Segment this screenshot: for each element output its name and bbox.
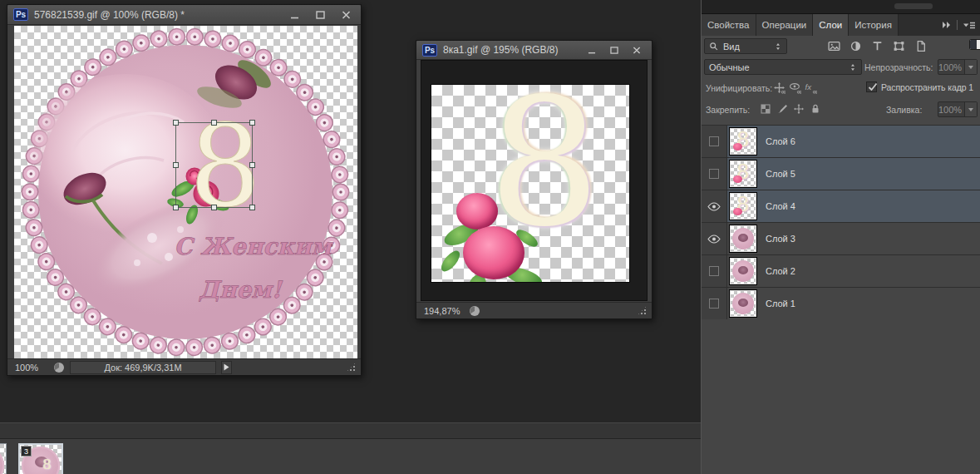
layer-row-3[interactable]: 8 Слой 3: [702, 223, 980, 255]
visibility-cell[interactable]: [702, 223, 727, 254]
visibility-cell[interactable]: [702, 255, 727, 287]
layer-name: Слой 6: [766, 136, 795, 146]
document-size-info: Док: 469,9K/3,31M: [70, 361, 216, 374]
canvas-document-1[interactable]: 8 С Женским Днем!: [14, 26, 357, 360]
tab-actions[interactable]: Операции: [756, 14, 814, 36]
filter-adjustment-layers-icon[interactable]: [849, 40, 862, 52]
transform-handle[interactable]: [211, 120, 217, 126]
dock-header-strip: [702, 0, 980, 14]
close-icon[interactable]: [631, 45, 643, 55]
visibility-empty-box: [709, 169, 719, 179]
frame-number-badge: 3: [21, 446, 32, 457]
filter-smart-objects-icon[interactable]: [914, 40, 927, 52]
transform-handle[interactable]: [211, 205, 217, 210]
unify-style-fx-icon[interactable]: fx: [805, 81, 817, 94]
opacity-value-select[interactable]: 100%: [938, 59, 978, 75]
transform-handle[interactable]: [173, 162, 179, 168]
unify-row: Унифицировать: fx Распространить кадр 1: [702, 77, 980, 98]
resize-grip[interactable]: [346, 362, 357, 373]
animation-frame-partial[interactable]: [0, 443, 7, 474]
small-rose: [456, 193, 498, 230]
visibility-cell[interactable]: [702, 288, 727, 319]
lock-transparency-icon[interactable]: [760, 103, 771, 115]
filter-kind-select[interactable]: Вид: [704, 38, 787, 54]
dock-drag-grip[interactable]: [894, 3, 933, 9]
window1-statusbar: 100% Док: 469,9K/3,31M: [7, 358, 361, 375]
minimize-icon[interactable]: [288, 10, 300, 20]
layer-row-6[interactable]: 8 Слой 6: [702, 126, 980, 158]
visibility-cell[interactable]: [702, 158, 727, 190]
blend-mode-select[interactable]: Обычные: [704, 59, 862, 75]
blend-mode-value: Обычные: [709, 62, 750, 72]
document-window-1: Ps 576821539.gif @ 100% (RGB/8) *: [7, 4, 362, 376]
tab-properties[interactable]: Свойства: [702, 14, 756, 36]
status-info-icon[interactable]: [53, 362, 65, 373]
visibility-eye-icon: [707, 235, 721, 244]
propagate-frame-checkbox[interactable]: [866, 81, 877, 92]
status-options-arrow-icon[interactable]: [221, 361, 232, 374]
window1-title: 576821539.gif @ 100% (RGB/8) *: [34, 9, 283, 21]
resize-grip[interactable]: [637, 305, 648, 316]
layer-thumbnail[interactable]: 8: [730, 225, 756, 252]
window1-titlebar[interactable]: Ps 576821539.gif @ 100% (RGB/8) *: [7, 5, 361, 25]
layer-thumbnail[interactable]: 8: [730, 290, 756, 317]
lock-all-padlock-icon[interactable]: [810, 103, 821, 115]
updown-arrows-icon: [774, 42, 782, 52]
visibility-cell[interactable]: [702, 190, 727, 222]
card-text-line2: Днем!: [199, 276, 283, 304]
zoom-level-field[interactable]: 194,87%: [421, 304, 464, 317]
lock-position-icon[interactable]: [793, 103, 805, 115]
transform-handle[interactable]: [249, 205, 255, 210]
photoshop-workspace: Ps 576821539.gif @ 100% (RGB/8) *: [0, 0, 980, 474]
layer-thumbnail[interactable]: 8: [730, 193, 756, 220]
filter-on-off-toggle[interactable]: [969, 39, 980, 50]
document-window-2: Ps 8ка1.gif @ 195% (RGB/8) 8 194,87%: [416, 40, 653, 319]
maximize-icon[interactable]: [608, 45, 620, 55]
filter-kind-value: Вид: [723, 42, 740, 52]
unify-position-icon[interactable]: [773, 81, 785, 94]
layers-panel-empty-area: [702, 319, 980, 474]
status-info-icon[interactable]: [469, 305, 480, 317]
filter-shape-layers-icon[interactable]: [893, 40, 905, 52]
layer-name: Слой 1: [766, 299, 795, 309]
window2-titlebar[interactable]: Ps 8ка1.gif @ 195% (RGB/8): [416, 41, 652, 60]
collapse-panels-icon[interactable]: [941, 20, 952, 30]
layer-row-4[interactable]: 8 Слой 4: [702, 190, 980, 223]
search-icon: [709, 42, 719, 52]
unify-visibility-icon[interactable]: [789, 81, 801, 94]
layer-thumbnail[interactable]: 8: [730, 258, 756, 284]
tab-history[interactable]: История: [849, 14, 899, 36]
filter-pixel-layers-icon[interactable]: [828, 40, 840, 52]
dropdown-arrow-icon[interactable]: [964, 102, 977, 116]
tab-layers[interactable]: Слои: [813, 14, 849, 36]
opacity-label: Непрозрачность:: [864, 62, 933, 72]
svg-text:fx: fx: [805, 82, 813, 91]
transform-handle[interactable]: [249, 120, 255, 126]
filter-type-layers-icon[interactable]: [871, 40, 884, 52]
layer-row-2[interactable]: 8 Слой 2: [702, 255, 980, 288]
panel-menu-icon[interactable]: [963, 20, 976, 31]
transform-handle[interactable]: [249, 162, 255, 168]
maximize-icon[interactable]: [314, 10, 326, 20]
layer-row-1[interactable]: 8 Слой 1: [702, 288, 980, 320]
layer-name: Слой 3: [766, 234, 795, 244]
canvas-document-2[interactable]: 8: [421, 60, 648, 301]
unify-label: Унифицировать:: [706, 83, 772, 93]
lock-pixels-brush-icon[interactable]: [776, 103, 788, 115]
minimize-icon[interactable]: [586, 45, 598, 55]
photoshop-app-icon: Ps: [13, 8, 28, 21]
layer-thumbnail[interactable]: 8: [730, 128, 756, 155]
layer-thumbnail[interactable]: 8: [730, 160, 756, 187]
transform-handle[interactable]: [173, 205, 179, 210]
transform-selection-box[interactable]: [175, 122, 253, 208]
animation-frame-selected[interactable]: 3 8: [18, 443, 63, 474]
transform-handle[interactable]: [173, 120, 179, 126]
fill-value-select[interactable]: 100%: [938, 101, 978, 117]
zoom-level-field[interactable]: 100%: [12, 361, 48, 373]
updown-arrows-icon: [849, 62, 857, 72]
visibility-cell[interactable]: [702, 126, 727, 157]
dropdown-arrow-icon[interactable]: [964, 60, 977, 74]
fill-label: Заливка:: [886, 105, 922, 115]
close-icon[interactable]: [340, 10, 352, 20]
layer-row-5[interactable]: 8 Слой 5: [702, 158, 980, 190]
